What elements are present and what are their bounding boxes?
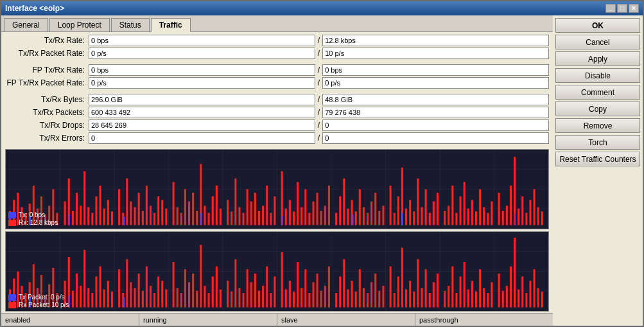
svg-rect-198 <box>150 286 152 308</box>
svg-rect-35 <box>100 186 101 225</box>
svg-rect-188 <box>107 281 109 307</box>
svg-rect-75 <box>266 186 268 225</box>
svg-rect-228 <box>274 276 275 307</box>
svg-rect-100 <box>370 202 372 225</box>
svg-rect-250 <box>367 293 369 307</box>
remove-button[interactable]: Remove <box>555 118 640 133</box>
disable-button[interactable]: Disable <box>555 68 640 83</box>
svg-rect-239 <box>320 291 322 308</box>
svg-rect-212 <box>208 293 210 307</box>
ok-button[interactable]: OK <box>555 18 640 33</box>
tab-general[interactable]: General <box>4 18 48 31</box>
txrx-drops-rx-input[interactable] <box>322 119 549 131</box>
tab-traffic[interactable]: Traffic <box>151 18 191 32</box>
comment-button[interactable]: Comment <box>555 85 640 100</box>
svg-rect-63 <box>216 186 218 225</box>
tab-status[interactable]: Status <box>111 18 150 31</box>
svg-rect-60 <box>204 206 205 225</box>
svg-rect-290 <box>534 269 535 307</box>
svg-rect-226 <box>266 267 268 308</box>
svg-rect-227 <box>270 293 272 307</box>
svg-rect-53 <box>177 207 178 225</box>
svg-rect-43 <box>134 207 136 225</box>
close-button[interactable]: ✕ <box>629 4 639 13</box>
rx-pkt-legend-label: Rx Packet: 10 p/s <box>19 301 69 308</box>
svg-rect-145 <box>123 217 125 225</box>
tx-pkt-legend-color <box>8 294 16 301</box>
svg-rect-276 <box>475 292 477 308</box>
maximize-button[interactable]: □ <box>617 4 627 13</box>
svg-rect-179 <box>72 291 74 308</box>
svg-rect-74 <box>262 206 264 225</box>
svg-rect-132 <box>506 206 508 225</box>
txrx-packets-tx-input[interactable] <box>89 107 315 118</box>
svg-rect-111 <box>417 179 419 225</box>
main-window: Interface <eoip> _ □ ✕ General Loop Prot… <box>0 0 644 327</box>
svg-rect-231 <box>289 281 291 307</box>
apply-button[interactable]: Apply <box>555 51 640 66</box>
tx-legend-color <box>8 212 16 218</box>
svg-rect-184 <box>91 293 93 307</box>
txrx-pkt-rate-row: Tx/Rx Packet Rate: / <box>5 48 549 59</box>
svg-rect-221 <box>247 269 248 307</box>
svg-rect-150 <box>514 215 516 225</box>
txrx-rate-tx-input[interactable] <box>89 35 315 46</box>
svg-rect-258 <box>401 248 403 308</box>
txrx-drops-sep: / <box>315 121 322 130</box>
minimize-button[interactable]: _ <box>605 4 616 13</box>
svg-rect-46 <box>146 186 148 225</box>
svg-rect-289 <box>529 281 531 307</box>
svg-rect-47 <box>150 206 152 225</box>
main-content: General Loop Protect Status Traffic Tx/R… <box>1 15 643 326</box>
svg-rect-52 <box>173 182 175 225</box>
status-slave: slave <box>277 314 415 326</box>
svg-rect-148 <box>352 215 354 225</box>
fp-txrx-rate-tx-input[interactable] <box>89 64 315 76</box>
fp-txrx-pkt-rate-rx-input[interactable] <box>322 77 549 89</box>
reset-traffic-button[interactable]: Reset Traffic Counters <box>555 152 640 166</box>
svg-rect-42 <box>130 202 132 225</box>
txrx-pkt-rate-tx-input[interactable] <box>89 48 315 59</box>
svg-rect-202 <box>165 289 167 307</box>
svg-rect-61 <box>208 213 210 225</box>
torch-button[interactable]: Torch <box>555 135 640 150</box>
cancel-button[interactable]: Cancel <box>555 35 640 49</box>
svg-rect-200 <box>157 276 159 307</box>
svg-rect-291 <box>537 288 539 307</box>
txrx-errors-tx-input[interactable] <box>89 132 315 144</box>
svg-rect-249 <box>363 288 365 307</box>
txrx-bytes-rx-input[interactable] <box>322 94 549 105</box>
svg-rect-270 <box>451 267 453 308</box>
svg-rect-68 <box>238 207 240 225</box>
txrx-rate-rx-input[interactable] <box>322 35 549 46</box>
svg-rect-122 <box>464 182 466 225</box>
txrx-packets-rx-input[interactable] <box>322 107 549 118</box>
svg-rect-225 <box>262 286 264 308</box>
svg-rect-106 <box>397 197 399 225</box>
packet-chart-legend: Tx Packet: 0 p/s Rx Packet: 10 p/s <box>8 294 69 308</box>
tab-loop-protect[interactable]: Loop Protect <box>49 18 110 31</box>
svg-rect-115 <box>433 202 435 225</box>
txrx-drops-tx-input[interactable] <box>89 119 315 131</box>
fp-txrx-pkt-rate-tx-input[interactable] <box>89 77 315 89</box>
svg-rect-192 <box>126 259 128 307</box>
svg-rect-217 <box>231 292 232 308</box>
svg-rect-76 <box>270 213 272 225</box>
svg-rect-215 <box>220 289 222 307</box>
fp-txrx-rate-rx-input[interactable] <box>322 64 549 76</box>
svg-rect-26 <box>64 202 66 225</box>
txrx-pkt-rate-sep: / <box>315 49 322 58</box>
svg-rect-28 <box>72 211 74 225</box>
txrx-pkt-rate-rx-input[interactable] <box>322 48 549 59</box>
svg-rect-86 <box>312 202 314 225</box>
svg-rect-30 <box>80 206 82 225</box>
txrx-bytes-tx-input[interactable] <box>89 94 315 105</box>
copy-button[interactable]: Copy <box>555 102 640 116</box>
svg-rect-189 <box>111 292 113 308</box>
svg-rect-138 <box>529 200 531 225</box>
svg-rect-254 <box>382 286 384 308</box>
txrx-errors-rx-input[interactable] <box>322 132 549 144</box>
svg-rect-208 <box>192 274 194 308</box>
svg-rect-39 <box>118 190 120 225</box>
txrx-rate-row: Tx/Rx Rate: / <box>5 35 549 46</box>
